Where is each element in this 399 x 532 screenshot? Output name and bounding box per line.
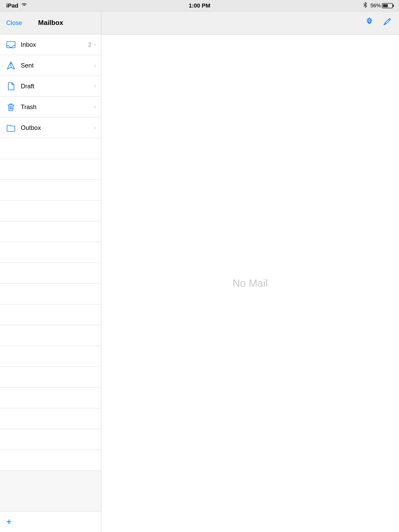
inbox-badge: 2 — [88, 41, 91, 48]
sidebar-navbar: Close Mailbox — [0, 11, 101, 34]
svg-rect-0 — [7, 42, 15, 48]
sidebar-footer: + — [0, 511, 101, 532]
trash-chevron: › — [94, 104, 96, 110]
battery-icon — [382, 3, 393, 8]
sidebar-item-outbox[interactable]: Outbox › — [0, 117, 101, 138]
status-right: 56% — [363, 2, 393, 9]
right-navbar — [101, 11, 399, 34]
battery-percent: 56% — [370, 3, 381, 9]
empty-row-11 — [0, 346, 101, 367]
battery-indicator: 56% — [370, 3, 393, 9]
compose-button[interactable] — [382, 17, 392, 29]
draft-chevron: › — [94, 83, 96, 90]
sidebar-item-trash[interactable]: Trash › — [0, 97, 101, 117]
right-content: No Mail — [101, 35, 399, 532]
draft-icon — [5, 81, 17, 92]
empty-row-15 — [0, 429, 101, 450]
outbox-chevron: › — [94, 124, 96, 131]
empty-row-6 — [0, 242, 101, 263]
empty-row-16 — [0, 450, 101, 471]
main-content: Close Mailbox Inbox 2 › — [0, 11, 399, 532]
sidebar-item-sent[interactable]: Sent › — [0, 55, 101, 76]
outbox-label: Outbox — [21, 124, 94, 131]
close-button[interactable]: Close — [6, 19, 22, 26]
empty-row-12 — [0, 367, 101, 388]
empty-row-2 — [0, 159, 101, 180]
status-time: 1:00 PM — [189, 2, 210, 9]
bluetooth-icon — [363, 2, 367, 9]
empty-row-9 — [0, 304, 101, 325]
sent-icon — [5, 60, 17, 71]
empty-row-4 — [0, 201, 101, 221]
settings-button[interactable] — [365, 17, 374, 29]
sidebar-item-draft[interactable]: Draft › — [0, 76, 101, 97]
status-left: iPad — [6, 2, 28, 9]
empty-row-8 — [0, 284, 101, 304]
inbox-chevron: › — [94, 41, 96, 48]
device-name: iPad — [6, 2, 18, 9]
status-bar: iPad 1:00 PM 56% — [0, 0, 399, 11]
right-panel: No Mail — [101, 11, 399, 532]
empty-row-1 — [0, 138, 101, 159]
battery-fill — [383, 4, 388, 7]
empty-row-3 — [0, 180, 101, 201]
empty-row-5 — [0, 221, 101, 242]
sidebar: Close Mailbox Inbox 2 › — [0, 11, 101, 532]
no-mail-label: No Mail — [232, 277, 268, 289]
empty-row-10 — [0, 325, 101, 346]
trash-icon — [5, 101, 17, 113]
trash-label: Trash — [21, 103, 94, 111]
empty-row-7 — [0, 263, 101, 284]
sidebar-item-inbox[interactable]: Inbox 2 › — [0, 34, 101, 55]
inbox-label: Inbox — [21, 41, 88, 48]
sent-label: Sent — [21, 62, 94, 69]
add-mailbox-button[interactable]: + — [6, 517, 12, 527]
sent-chevron: › — [94, 62, 96, 69]
empty-row-14 — [0, 408, 101, 429]
inbox-icon — [5, 39, 17, 50]
outbox-icon — [5, 122, 17, 134]
empty-row-13 — [0, 388, 101, 408]
draft-label: Draft — [21, 83, 94, 90]
mailbox-list: Inbox 2 › Sent › — [0, 34, 101, 511]
sidebar-title: Mailbox — [38, 19, 63, 27]
wifi-icon — [21, 2, 28, 9]
